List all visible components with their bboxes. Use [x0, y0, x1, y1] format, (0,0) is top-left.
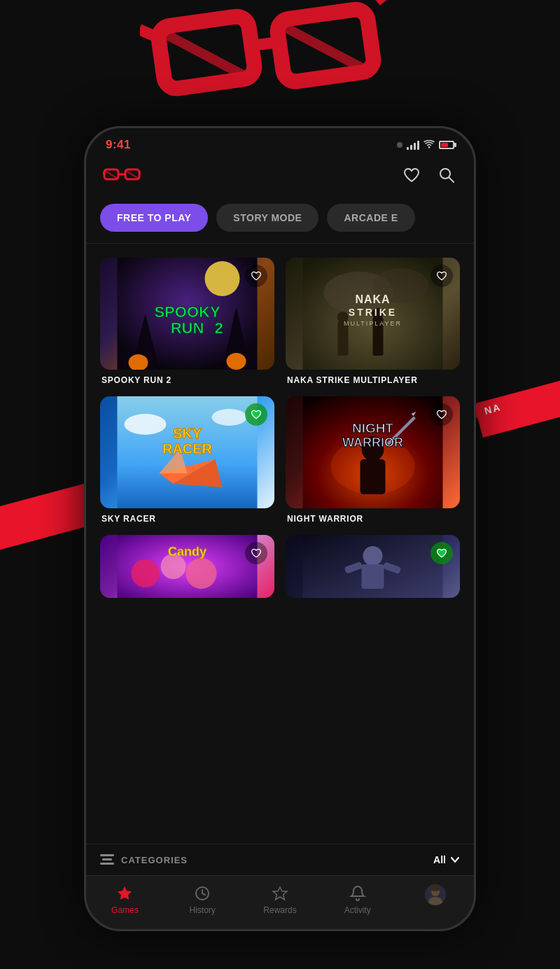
phone-frame: 9:41 [84, 126, 476, 931]
svg-text:SKY: SKY [173, 426, 202, 441]
games-icon [115, 884, 134, 902]
categories-left: CATEGORIES [100, 854, 188, 865]
bg-logo-decoration [140, 0, 420, 133]
svg-point-70 [430, 886, 440, 891]
battery-fill [441, 143, 448, 147]
signal-bar-4 [417, 141, 419, 150]
svg-point-38 [212, 409, 247, 426]
game-card-fighter[interactable] [286, 535, 460, 598]
app-logo [103, 165, 141, 185]
games-row-3: Candy [100, 535, 460, 598]
categories-icon [100, 854, 114, 865]
svg-point-53 [132, 559, 160, 587]
status-time: 9:41 [106, 138, 131, 152]
svg-line-11 [103, 172, 104, 174]
game-thumbnail-fighter [286, 535, 460, 598]
rewards-label: Rewards [263, 905, 296, 915]
game-card-night-warrior[interactable]: NIGHT WARRIOR NIGHT WARRIOR [286, 396, 460, 524]
history-label: History [190, 905, 216, 915]
like-btn-night[interactable] [430, 403, 453, 426]
logo-svg [103, 165, 141, 185]
history-icon [193, 884, 211, 902]
signal-bar-1 [407, 147, 409, 150]
game-card-candy[interactable]: Candy [100, 535, 274, 598]
like-btn-candy[interactable] [245, 542, 267, 564]
games-row-2: SKY RACER SKY RACER [100, 396, 460, 524]
svg-line-4 [374, 0, 404, 1]
svg-line-14 [126, 171, 139, 179]
svg-point-7 [428, 146, 430, 148]
header-icons [401, 165, 457, 186]
profile-avatar [425, 884, 446, 905]
svg-line-12 [139, 172, 141, 174]
bottom-nav: Games History [86, 875, 474, 929]
activity-label: Activity [344, 905, 371, 915]
svg-point-22 [227, 353, 246, 370]
game-title-sky: SKY RACER [100, 514, 274, 524]
game-card-naka-strike[interactable]: NAKA STRIKE MULTIPLAYER NAKA STRIKE MULT… [286, 258, 460, 385]
stripe-text-right: NA [483, 401, 503, 417]
nav-item-games[interactable]: Games [86, 884, 164, 915]
categories-label: CATEGORIES [121, 855, 188, 865]
svg-marker-66 [273, 887, 287, 900]
background-wrapper: NAK NA ✳ 9:41 [0, 0, 560, 969]
category-tabs: FREE TO PLAY STORY MODE ARCADE E [86, 197, 474, 243]
games-row-1: SPOOKY RUN 2 SPOOKY RUN 2 [100, 258, 460, 385]
game-thumbnail-sky: SKY RACER [100, 396, 274, 508]
svg-point-55 [186, 558, 217, 589]
game-card-spooky-run-2[interactable]: SPOOKY RUN 2 SPOOKY RUN 2 [100, 258, 274, 385]
nav-item-profile[interactable] [396, 884, 474, 915]
games-label: Games [111, 905, 139, 915]
svg-text:SPOOKY: SPOOKY [154, 303, 220, 321]
rewards-icon [271, 884, 289, 902]
game-thumbnail-spooky: SPOOKY RUN 2 [100, 258, 274, 370]
svg-line-13 [105, 171, 118, 179]
svg-text:WARRIOR: WARRIOR [342, 435, 403, 449]
categories-bar: CATEGORIES All [86, 844, 474, 875]
like-btn-fighter[interactable] [430, 542, 453, 564]
svg-text:2: 2 [214, 319, 223, 337]
red-stripe-right-decoration: NA [474, 368, 560, 438]
svg-text:NIGHT: NIGHT [352, 421, 394, 435]
search-button[interactable] [436, 165, 457, 186]
signal-bars [407, 141, 419, 150]
like-btn-sky[interactable] [245, 403, 267, 426]
signal-bar-2 [410, 145, 412, 150]
svg-text:RACER: RACER [162, 441, 213, 456]
status-dot [397, 142, 402, 148]
svg-rect-62 [100, 854, 114, 856]
games-grid: SPOOKY RUN 2 SPOOKY RUN 2 [86, 244, 474, 844]
phone-screen: 9:41 [86, 128, 474, 929]
tab-free-to-play[interactable]: FREE TO PLAY [100, 204, 208, 232]
categories-right-section[interactable]: All [433, 854, 460, 865]
svg-point-18 [205, 261, 240, 296]
like-btn-naka[interactable] [430, 265, 453, 287]
tab-story-mode[interactable]: STORY MODE [216, 204, 318, 232]
wifi-icon [424, 139, 435, 151]
svg-point-58 [363, 546, 383, 566]
nav-item-history[interactable]: History [164, 884, 241, 915]
svg-text:MULTIPLAYER: MULTIPLAYER [344, 320, 402, 327]
svg-rect-59 [362, 564, 384, 589]
svg-rect-63 [102, 858, 112, 860]
game-title-night: NIGHT WARRIOR [286, 514, 460, 524]
activity-icon [349, 884, 367, 902]
like-btn-spooky[interactable] [245, 265, 267, 287]
nav-item-rewards[interactable]: Rewards [241, 884, 319, 915]
signal-bar-3 [414, 143, 416, 150]
svg-text:STRIKE: STRIKE [349, 307, 397, 318]
game-thumbnail-night: NIGHT WARRIOR [286, 396, 460, 508]
tab-arcade[interactable]: ARCADE E [327, 204, 414, 232]
game-title-naka: NAKA STRIKE MULTIPLAYER [286, 375, 460, 385]
svg-line-2 [252, 42, 280, 46]
game-thumbnail-candy: Candy [100, 535, 274, 598]
svg-text:RUN: RUN [171, 319, 204, 337]
wishlist-button[interactable] [401, 165, 422, 186]
nav-item-activity[interactable]: Activity [318, 884, 396, 915]
battery-icon [439, 141, 454, 149]
game-thumbnail-naka: NAKA STRIKE MULTIPLAYER [286, 258, 460, 370]
svg-rect-64 [100, 863, 114, 865]
svg-text:NAKA: NAKA [355, 293, 390, 305]
game-card-sky-racer[interactable]: SKY RACER SKY RACER [100, 396, 274, 524]
svg-point-37 [125, 414, 167, 435]
